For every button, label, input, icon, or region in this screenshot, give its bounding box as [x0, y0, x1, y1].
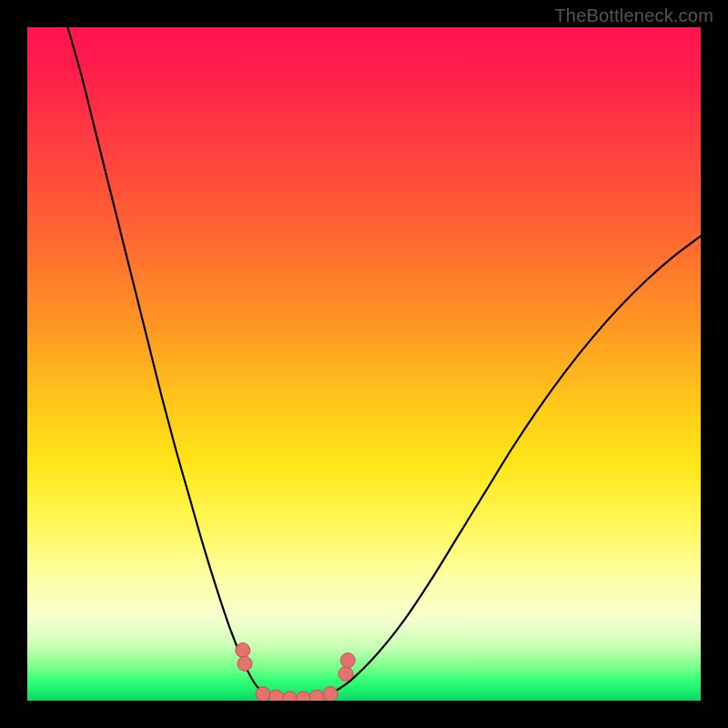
data-marker [256, 687, 270, 701]
bottleneck-curve [67, 27, 701, 700]
data-marker [340, 653, 355, 668]
data-marker [339, 666, 353, 681]
data-marker [238, 656, 252, 671]
data-marker [283, 692, 298, 701]
data-marker [236, 643, 250, 658]
marker-group [236, 643, 355, 702]
data-marker [323, 687, 338, 701]
chart-frame: TheBottleneck.com [0, 0, 728, 728]
data-marker [269, 690, 284, 701]
data-marker [309, 690, 324, 701]
plot-area [27, 27, 701, 701]
chart-svg [27, 27, 701, 701]
watermark-text: TheBottleneck.com [554, 5, 713, 26]
data-marker [296, 692, 310, 701]
